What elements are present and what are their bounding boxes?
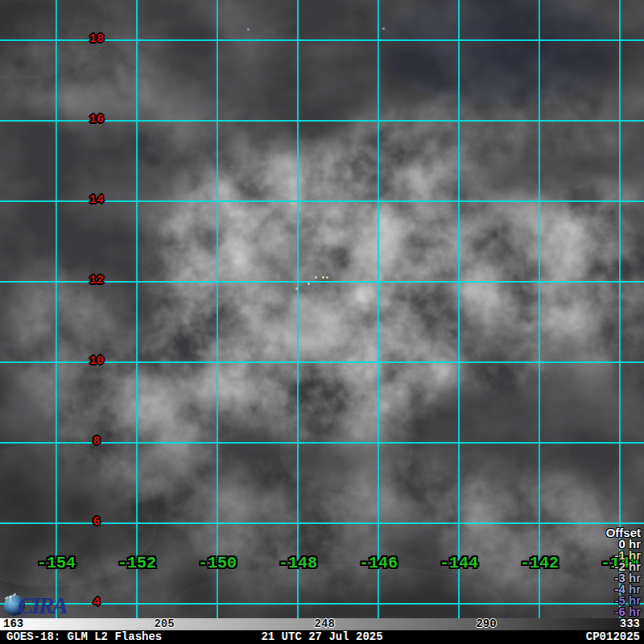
- colorbar-label-163: 163: [3, 618, 23, 630]
- satellite-map: 1816141210864-154-152-150-148-146-144-14…: [0, 0, 644, 618]
- satellite-icon: [4, 592, 17, 603]
- timestamp: 21 UTC 27 Jul 2025: [261, 630, 382, 644]
- product-title: GOES-18: GLM L2 Flashes: [6, 630, 162, 644]
- legend-items: 0 hr-1 hr-2 hr-3 hr-4 hr-5 hr-6 hr: [606, 539, 641, 617]
- status-bar: GOES-18: GLM L2 Flashes 21 UTC 27 Jul 20…: [0, 630, 644, 644]
- screenshot-root: 1816141210864-154-152-150-148-146-144-14…: [0, 0, 644, 644]
- colorbar-label-333: 333: [620, 618, 640, 630]
- colorbar-label-248: 248: [315, 618, 335, 630]
- satellite-imagery: [0, 0, 644, 618]
- colorbar-label-290: 290: [476, 618, 496, 630]
- logo-text: CIRA: [18, 592, 66, 619]
- cira-logo: CIRA: [4, 592, 66, 619]
- brightness-colorbar: 163205248290333: [0, 618, 644, 630]
- flash-offset-legend: Offset 0 hr-1 hr-2 hr-3 hr-4 hr-5 hr-6 h…: [606, 527, 641, 617]
- legend-item--6hr: -6 hr: [606, 606, 641, 617]
- colorbar-label-205: 205: [154, 618, 174, 630]
- storm-id: CP012025: [586, 630, 640, 644]
